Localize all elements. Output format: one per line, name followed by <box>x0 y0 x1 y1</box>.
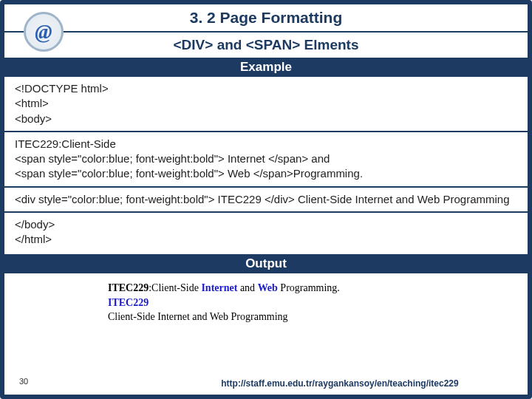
divider <box>4 211 528 213</box>
output-text: ITEC229 <box>108 282 149 293</box>
example-header: Example <box>4 58 528 77</box>
code-line: </html> <box>15 232 517 247</box>
output-line-3: Client-Side Internet and Web Programming <box>108 310 517 324</box>
code-line: <span style="color:blue; font-weight:bol… <box>15 151 517 166</box>
slide-subtitle: <DIV> and <SPAN> Elments <box>4 37 528 53</box>
slide-title: 3. 2 Page Formatting <box>4 9 528 27</box>
slide-frame: @ 3. 2 Page Formatting <DIV> and <SPAN> … <box>0 0 532 399</box>
title-underline <box>4 31 528 33</box>
footer-url: http://staff.emu.edu.tr/raygankansoy/en/… <box>167 378 513 389</box>
divider <box>4 131 528 132</box>
output-text: ITEC229 <box>108 297 149 308</box>
code-line: <span style="color:blue; font-weight:bol… <box>15 166 517 181</box>
at-sign-icon: @ <box>24 12 64 52</box>
page-number: 30 <box>19 377 28 386</box>
output-line-1: ITEC229:Client-Side Internet and Web Pro… <box>108 281 517 296</box>
output-text: Web <box>258 282 278 293</box>
output-header: Output <box>4 254 528 273</box>
output-text: and <box>237 282 257 293</box>
title-area: 3. 2 Page Formatting <box>4 4 528 28</box>
code-line: <html> <box>15 96 517 111</box>
code-block: <!DOCTYPE html> <html> <body> ITEC229:Cl… <box>4 77 528 254</box>
divider <box>4 186 528 188</box>
output-text: :Client-Side <box>149 282 201 293</box>
output-block: ITEC229:Client-Side Internet and Web Pro… <box>4 273 528 332</box>
code-line: <body> <box>15 112 517 126</box>
code-line: <div style="color:blue; font-weight:bold… <box>15 192 517 207</box>
code-line: <!DOCTYPE html> <box>15 81 517 96</box>
output-line-2: ITEC229 <box>108 296 517 310</box>
output-text: Programming. <box>278 282 340 293</box>
code-line: ITEC229:Client-Side <box>15 137 517 151</box>
output-text: Internet <box>201 282 237 293</box>
code-line: </body> <box>15 217 517 232</box>
